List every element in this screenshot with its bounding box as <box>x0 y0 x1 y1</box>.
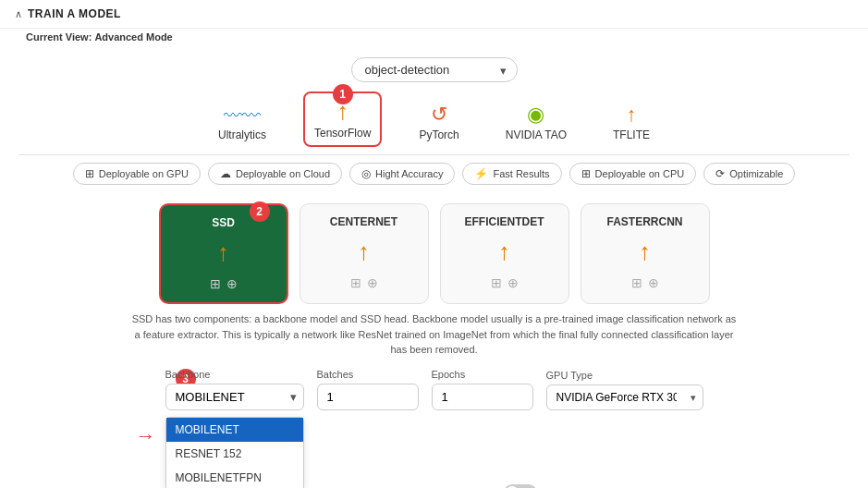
backbone-select[interactable]: MOBILENET RESNET 152 MOBILENETFPN <box>165 384 304 410</box>
hyperparams-row: View advanced HyperParameters <box>0 484 868 489</box>
header: ∧ TRAIN A MODEL <box>0 0 868 29</box>
tab-tflite-label: TFLITE <box>613 128 650 141</box>
ssd-badge-1: ⊞ <box>210 276 221 291</box>
pill-accuracy-label: Hight Accuracy <box>375 168 443 179</box>
centernet-badge-1: ⊞ <box>350 275 361 290</box>
model-fasterrcnn-name: FASTERRCNN <box>606 215 682 228</box>
batches-input[interactable] <box>317 384 419 410</box>
backbone-dropdown: MOBILENET RESNET 152 MOBILENETFPN <box>165 417 304 489</box>
epochs-field: Epochs <box>432 369 533 410</box>
pill-optimizable-label: Optimizable <box>729 168 783 179</box>
divider <box>18 154 850 155</box>
gpu-type-label: GPU Type <box>546 370 703 381</box>
gpu-type-field: GPU Type NVIDIA GeForce RTX 309i NVIDIA … <box>546 370 703 410</box>
task-dropdown-container: object-detection image-classification se… <box>0 57 868 82</box>
framework-tabs: 〰〰 Ultralytics 1 ↑ TensorFlow ↺ PyTorch … <box>0 92 868 147</box>
backbone-label: Backbone <box>165 369 304 380</box>
pill-cpu[interactable]: ⊞ Deployable on CPU <box>569 163 697 185</box>
tflite-icon: ↑ <box>626 104 636 125</box>
model-centernet-name: CENTERNET <box>330 215 397 228</box>
backbone-option-mobilenetfpn[interactable]: MOBILENETFPN <box>166 466 303 489</box>
red-arrow-icon: → <box>136 424 156 448</box>
pill-optimizable[interactable]: ⟳ Optimizable <box>703 163 795 185</box>
fasterrcnn-badge-1: ⊞ <box>631 275 642 290</box>
current-view-label: Current View: <box>26 31 92 43</box>
pill-cloud-label: Deployable on Cloud <box>236 168 330 179</box>
fasterrcnn-arrow-icon: ↑ <box>639 238 651 266</box>
batches-field: Batches <box>317 369 419 410</box>
pill-fast[interactable]: ⚡ Fast Results <box>462 163 561 185</box>
model-description: SSD has two components: a backbone model… <box>111 311 758 358</box>
hyperparams-toggle[interactable] <box>504 484 537 489</box>
tab-pytorch[interactable]: ↺ PyTorch <box>410 99 468 147</box>
tab-ultralytics-label: Ultralytics <box>218 128 266 141</box>
fast-icon: ⚡ <box>474 167 488 180</box>
collapse-icon[interactable]: ∧ <box>15 8 22 20</box>
accuracy-icon: ◎ <box>361 167 371 180</box>
efficientdet-badge-1: ⊞ <box>491 275 502 290</box>
gpu-icon: ⊞ <box>85 167 94 180</box>
epochs-input[interactable] <box>432 384 533 410</box>
pill-cloud[interactable]: ☁ Deployable on Cloud <box>208 163 342 185</box>
pill-accuracy[interactable]: ◎ Hight Accuracy <box>349 163 455 185</box>
task-dropdown[interactable]: object-detection image-classification se… <box>351 57 518 82</box>
pill-gpu[interactable]: ⊞ Deployable on GPU <box>73 163 201 185</box>
efficientdet-arrow-icon: ↑ <box>498 238 510 266</box>
tab-nvidia-tao[interactable]: ◉ NVIDIA TAO <box>496 99 576 147</box>
fasterrcnn-badges: ⊞ ⊕ <box>631 275 659 290</box>
gpu-type-select[interactable]: NVIDIA GeForce RTX 309i NVIDIA GeForce R… <box>546 384 703 410</box>
epochs-label: Epochs <box>432 369 533 380</box>
efficientdet-badge-2: ⊕ <box>507 275 519 290</box>
current-view-value: Advanced Mode <box>94 31 172 43</box>
model-card-ssd[interactable]: SSD ↑ ⊞ ⊕ <box>159 203 288 304</box>
task-dropdown-wrapper: object-detection image-classification se… <box>351 57 518 82</box>
subheader: Current View: Advanced Mode <box>0 29 868 48</box>
model-ssd-name: SSD <box>212 216 235 229</box>
ultralytics-icon: 〰〰 <box>224 106 261 125</box>
model-card-efficientdet[interactable]: EFFICIENTDET ↑ ⊞ ⊕ <box>440 203 569 304</box>
ssd-arrow-icon: ↑ <box>217 238 229 267</box>
model-card-centernet[interactable]: CENTERNET ↑ ⊞ ⊕ <box>300 203 429 304</box>
cloud-icon: ☁ <box>220 167 231 180</box>
backbone-field: Backbone MOBILENET RESNET 152 MOBILENETF… <box>165 369 304 410</box>
tab-tensorflow-label: TensorFlow <box>314 127 371 140</box>
ssd-badge-2: ⊕ <box>226 276 238 291</box>
tab-tensorflow[interactable]: 1 ↑ TensorFlow <box>303 92 382 147</box>
tensorflow-badge: 1 <box>333 84 353 104</box>
pill-fast-label: Fast Results <box>493 168 549 179</box>
model-cards: SSD ↑ ⊞ ⊕ CENTERNET ↑ ⊞ ⊕ EFFICIENTDET ↑… <box>159 203 710 304</box>
centernet-arrow-icon: ↑ <box>358 238 370 266</box>
pytorch-icon: ↺ <box>431 104 447 125</box>
backbone-option-resnet[interactable]: RESNET 152 <box>166 442 303 466</box>
optimizable-icon: ⟳ <box>715 167 725 180</box>
tab-ultralytics[interactable]: 〰〰 Ultralytics <box>209 101 275 147</box>
backbone-option-mobilenet[interactable]: MOBILENET <box>166 418 303 442</box>
model-section-badge: 2 <box>250 201 270 222</box>
efficientdet-badges: ⊞ ⊕ <box>491 275 519 290</box>
centernet-badge-2: ⊕ <box>367 275 378 290</box>
cpu-icon: ⊞ <box>581 167 591 180</box>
pill-gpu-label: Deployable on GPU <box>99 168 189 179</box>
gpu-select-wrapper: NVIDIA GeForce RTX 309i NVIDIA GeForce R… <box>546 384 703 410</box>
nvidia-icon: ◉ <box>527 104 544 125</box>
batches-label: Batches <box>317 369 419 380</box>
model-card-fasterrcnn[interactable]: FASTERRCNN ↑ ⊞ ⊕ <box>581 203 710 304</box>
tab-tflite[interactable]: ↑ TFLITE <box>604 99 659 147</box>
pill-cpu-label: Deployable on CPU <box>595 168 685 179</box>
centernet-badges: ⊞ ⊕ <box>350 275 378 290</box>
model-efficientdet-name: EFFICIENTDET <box>465 215 544 228</box>
tab-pytorch-label: PyTorch <box>419 128 458 141</box>
ssd-badges: ⊞ ⊕ <box>210 276 238 291</box>
fasterrcnn-badge-2: ⊕ <box>648 275 659 290</box>
tab-nvidia-tao-label: NVIDIA TAO <box>506 128 567 141</box>
filter-pills: ⊞ Deployable on GPU ☁ Deployable on Clou… <box>0 163 868 185</box>
page-title: TRAIN A MODEL <box>28 7 121 20</box>
backbone-select-wrapper: MOBILENET RESNET 152 MOBILENETFPN <box>165 384 304 410</box>
